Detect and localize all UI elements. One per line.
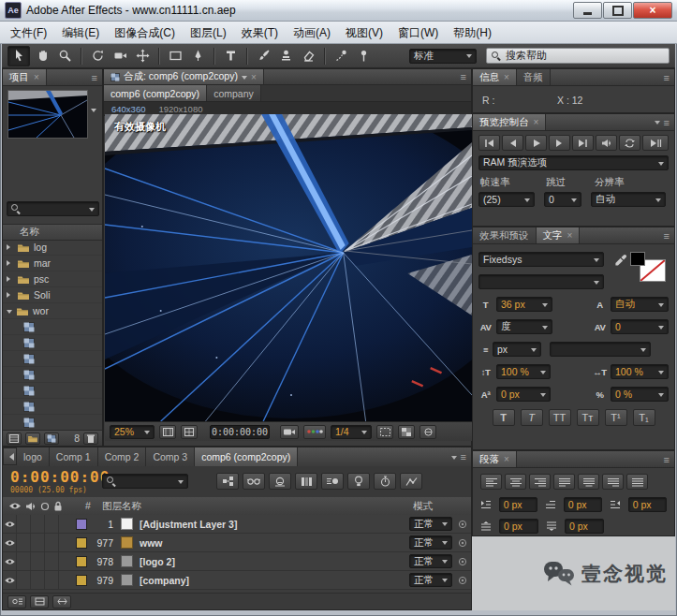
audio-toggle[interactable]	[17, 571, 31, 589]
expand-in-out-icon[interactable]	[52, 595, 71, 609]
expand-transfer-controls-icon[interactable]	[30, 595, 49, 609]
align-left-icon[interactable]	[480, 474, 502, 490]
panel-menu-icon[interactable]: ≡	[461, 71, 466, 82]
panel-menu-icon[interactable]: ≡	[461, 451, 466, 462]
graph-editor-icon[interactable]	[400, 473, 422, 490]
parent-pickwhip-icon[interactable]	[458, 538, 467, 548]
lock-toggle[interactable]	[45, 515, 59, 533]
timeline-tab-logo[interactable]: logo	[17, 447, 50, 466]
justify-last-center-icon[interactable]	[578, 474, 599, 490]
viewer-timecode[interactable]: 0:00:00:00	[210, 425, 270, 439]
close-button[interactable]: ×	[633, 2, 672, 19]
unified-camera-tool-icon[interactable]	[110, 47, 130, 66]
twirl-icon[interactable]	[7, 292, 13, 298]
frame-blend-icon[interactable]	[295, 473, 317, 490]
parent-pickwhip-icon[interactable]	[458, 576, 467, 585]
next-frame-button[interactable]	[549, 135, 570, 151]
draft-3d-icon[interactable]	[243, 473, 265, 490]
justify-last-right-icon[interactable]	[602, 474, 624, 490]
project-item-row[interactable]	[3, 367, 102, 383]
tab-effects-presets[interactable]: 效果和预设	[473, 227, 537, 243]
timeline-tab-comp2[interactable]: Comp 2	[98, 447, 147, 466]
workspace-dropdown[interactable]: 标准	[409, 49, 477, 64]
project-item-row[interactable]	[3, 383, 102, 399]
label-color-swatch[interactable]	[76, 556, 87, 567]
faux-bold-button[interactable]: T	[493, 409, 515, 426]
kerning-field[interactable]: 度	[496, 319, 552, 334]
tab-audio[interactable]: 音频	[517, 69, 551, 85]
menu-help[interactable]: 帮助(H)	[446, 22, 499, 43]
selection-tool-icon[interactable]	[7, 46, 30, 66]
mode-column-header[interactable]: 模式	[413, 500, 433, 513]
indent-right-field[interactable]: 0 px	[628, 497, 667, 512]
clone-stamp-tool-icon[interactable]	[275, 47, 296, 66]
ram-preview-options-dropdown[interactable]: RAM 预演选项	[478, 155, 669, 170]
justify-all-icon[interactable]	[626, 474, 648, 490]
project-folder-row[interactable]: psc	[3, 271, 102, 287]
tsume-field[interactable]: 0 %	[611, 387, 669, 402]
twirl-icon[interactable]	[7, 276, 13, 282]
close-icon[interactable]: ×	[534, 117, 539, 127]
lock-toggle[interactable]	[45, 534, 59, 551]
project-folder-row[interactable]: mar	[3, 256, 102, 271]
all-caps-button[interactable]: TT	[549, 409, 571, 426]
parent-pickwhip-icon[interactable]	[458, 557, 467, 566]
preview-resolution-dropdown[interactable]: 自动	[591, 192, 666, 207]
maximize-button[interactable]	[603, 2, 632, 19]
last-frame-button[interactable]	[572, 135, 594, 151]
audio-toggle[interactable]	[17, 515, 31, 533]
brush-tool-icon[interactable]	[253, 47, 273, 66]
indent-left-field[interactable]: 0 px	[499, 497, 537, 512]
motion-blur-icon[interactable]	[321, 473, 344, 490]
bit-depth-label[interactable]: 8	[74, 433, 80, 444]
font-family-dropdown[interactable]: Fixedsys	[478, 252, 604, 267]
blend-mode-dropdown[interactable]: 正常	[409, 554, 452, 568]
viewer-tab-company[interactable]: company	[207, 85, 261, 101]
panel-menu-icon[interactable]: ≡	[92, 72, 97, 83]
close-icon[interactable]: ×	[504, 454, 509, 464]
faux-italic-button[interactable]: T	[521, 409, 543, 426]
project-item-row[interactable]	[3, 335, 102, 351]
transparency-grid-icon[interactable]	[398, 425, 415, 439]
menu-edit[interactable]: 编辑(E)	[54, 22, 107, 43]
tab-composition[interactable]: 合成: comp6 (comp2copy) ×	[104, 69, 264, 84]
solo-toggle[interactable]	[31, 552, 45, 570]
ram-preview-button[interactable]	[642, 135, 669, 151]
pen-tool-icon[interactable]	[187, 47, 208, 66]
pan-behind-tool-icon[interactable]	[132, 47, 153, 66]
brainstorm-icon[interactable]	[347, 473, 370, 490]
justify-last-left-icon[interactable]	[553, 474, 575, 490]
project-item-row[interactable]	[3, 399, 102, 415]
tab-info[interactable]: 信息×	[473, 69, 517, 85]
grid-icon[interactable]	[181, 425, 198, 439]
safe-margins-icon[interactable]	[159, 425, 176, 439]
play-button[interactable]	[525, 135, 547, 151]
first-line-indent-field[interactable]: 0 px	[564, 497, 602, 512]
type-tool-icon[interactable]	[220, 47, 241, 66]
vertical-scale-field[interactable]: 100 %	[496, 364, 551, 379]
timeline-tab-comp6[interactable]: comp6 (comp2copy)	[195, 447, 298, 466]
stroke-width-field[interactable]: px	[493, 342, 541, 357]
region-of-interest-icon[interactable]	[376, 425, 393, 439]
menu-composition[interactable]: 图像合成(C)	[107, 22, 183, 43]
tab-project[interactable]: 项目×	[3, 69, 47, 85]
hide-shy-icon[interactable]	[269, 473, 291, 490]
layer-name-column-header[interactable]: 图层名称	[102, 500, 141, 513]
audio-toggle[interactable]	[17, 534, 31, 551]
project-folder-row[interactable]: Soli	[3, 287, 102, 303]
minimize-button[interactable]	[573, 2, 602, 19]
solo-toggle[interactable]	[31, 515, 45, 533]
composition-viewport[interactable]: 有效摄像机	[105, 114, 472, 421]
parent-pickwhip-icon[interactable]	[458, 520, 467, 529]
tab-preview[interactable]: 预览控制台×	[473, 114, 546, 130]
align-center-icon[interactable]	[505, 474, 526, 490]
menu-window[interactable]: 窗口(W)	[390, 22, 446, 43]
project-item-row[interactable]	[3, 415, 102, 431]
blend-mode-dropdown[interactable]: 正常	[409, 535, 452, 550]
stroke-style-dropdown[interactable]	[550, 342, 651, 357]
leading-field[interactable]: 自动	[611, 297, 669, 312]
eraser-tool-icon[interactable]	[298, 47, 318, 66]
video-toggle[interactable]	[3, 534, 17, 551]
layer-row[interactable]: 977 www 正常	[3, 534, 471, 552]
panel-menu-icon[interactable]: ≡	[664, 230, 670, 242]
